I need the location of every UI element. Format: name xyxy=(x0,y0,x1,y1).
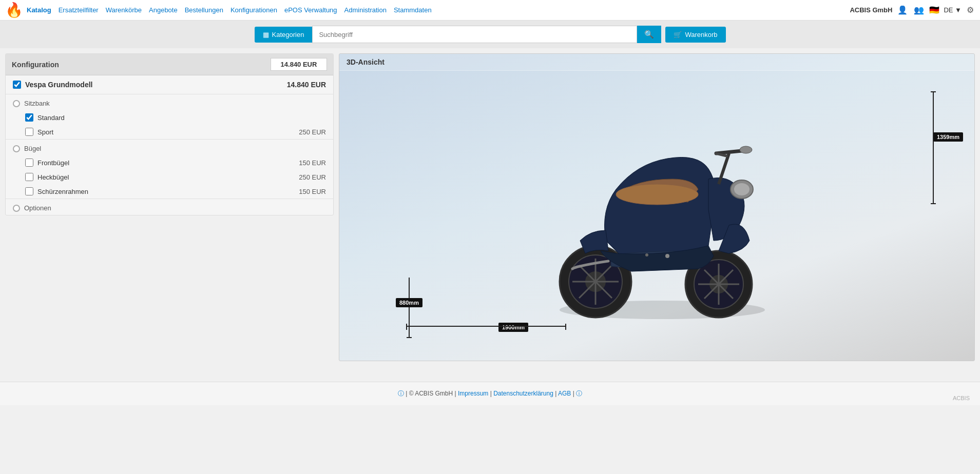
search-bar: ▦ Kategorien 🔍 🛒 Warenkorb xyxy=(0,21,980,48)
svg-point-21 xyxy=(665,254,669,258)
cart-icon: 🛒 xyxy=(674,31,682,38)
dim-1900-line xyxy=(406,326,565,327)
search-icon: 🔍 xyxy=(644,30,654,38)
nav-links: Katalog Ersatzteilfilter Warenkörbe Ange… xyxy=(27,6,850,14)
info-icon-left: ⓘ xyxy=(398,390,404,397)
dim-880-line-bottom xyxy=(409,307,410,338)
standard-label[interactable]: Standard xyxy=(37,114,65,122)
nav-katalog[interactable]: Katalog xyxy=(27,6,51,14)
config-panel: Konfiguration 14.840 EUR Vespa Grundmode… xyxy=(5,53,334,377)
main-content: Konfiguration 14.840 EUR Vespa Grundmode… xyxy=(0,48,980,382)
frontbuegel-price: 150 EUR xyxy=(299,159,326,167)
scooter-svg xyxy=(513,107,801,323)
nav-warenkoerbe[interactable]: Warenkörbe xyxy=(106,6,142,14)
option-sport: Sport 250 EUR xyxy=(6,125,333,139)
dim-880-line-top xyxy=(409,278,410,298)
search-input[interactable] xyxy=(312,26,637,43)
nav-stammdaten[interactable]: Stammdaten xyxy=(394,6,432,14)
dim-880-label: 880mm xyxy=(396,298,422,307)
dim-1359-tick-bottom xyxy=(931,203,936,204)
standard-checkbox[interactable] xyxy=(25,113,33,122)
top-nav: 🔥 Katalog Ersatzteilfilter Warenkörbe An… xyxy=(0,0,980,21)
dim-1359-line-top xyxy=(933,91,934,132)
svg-point-15 xyxy=(616,184,698,205)
heckbuegel-checkbox[interactable] xyxy=(25,173,33,181)
main-item-row: Vespa Grundmodell 14.840 EUR xyxy=(6,75,333,94)
dim-1900-label: 1900mm xyxy=(498,323,528,332)
nav-angebote[interactable]: Angebote xyxy=(149,6,178,14)
buegel-section: Bügel Frontbügel 150 EUR Heckbügel xyxy=(6,140,333,199)
schuerzenrahmen-checkbox[interactable] xyxy=(25,187,33,195)
nav-epos-verwaltung[interactable]: ePOS Verwaltung xyxy=(284,6,337,14)
warenkorb-button[interactable]: 🛒 Warenkorb xyxy=(665,27,725,43)
main-item-name: Vespa Grundmodell xyxy=(25,81,92,89)
lang-select[interactable]: DE ▼ xyxy=(944,6,962,14)
option-heckbuegel: Heckbügel 250 EUR xyxy=(6,170,333,184)
settings-icon-btn[interactable] xyxy=(966,4,975,16)
nav-ersatzteilfilter[interactable]: Ersatzteilfilter xyxy=(59,6,99,14)
main-item-price: 14.840 EUR xyxy=(287,81,326,89)
config-header: Konfiguration 14.840 EUR xyxy=(6,54,333,75)
logo-icon: 🔥 xyxy=(5,2,22,18)
footer-datenschutz[interactable]: Datenschutzerklärung xyxy=(493,390,553,397)
sitzbank-radio xyxy=(13,100,20,107)
main-item-checkbox[interactable] xyxy=(13,81,21,89)
company-name: ACBIS GmbH xyxy=(850,6,892,14)
nav-konfigurationen[interactable]: Konfigurationen xyxy=(230,6,277,14)
optionen-radio xyxy=(13,205,20,212)
svg-line-16 xyxy=(716,151,742,153)
search-input-wrap: 🔍 xyxy=(312,26,661,43)
nav-administration[interactable]: Administration xyxy=(344,6,387,14)
option-schuerzenrahmen: Schürzenrahmen 150 EUR xyxy=(6,184,333,199)
search-button[interactable]: 🔍 xyxy=(637,26,661,43)
optionen-section: Optionen xyxy=(6,199,333,215)
frontbuegel-checkbox[interactable] xyxy=(25,159,33,167)
flag-icon: 🇩🇪 xyxy=(929,5,939,15)
footer: ⓘ | © ACBIS GmbH | Impressum | Datenschu… xyxy=(0,382,980,405)
kategorien-button[interactable]: ▦ Kategorien xyxy=(255,27,313,43)
sport-price: 250 EUR xyxy=(299,128,326,136)
svg-point-20 xyxy=(734,183,750,195)
buegel-label: Bügel xyxy=(6,140,333,155)
svg-point-22 xyxy=(645,253,648,256)
dim-1900-tick-right xyxy=(565,324,566,330)
schuerzenrahmen-price: 150 EUR xyxy=(299,188,326,195)
config-body: Vespa Grundmodell 14.840 EUR Sitzbank St… xyxy=(6,75,333,215)
view-box: 3D-Ansicht xyxy=(339,53,975,361)
svg-point-18 xyxy=(740,146,752,153)
dim-880-tick-bottom xyxy=(407,337,412,338)
dim-1359-tick-top xyxy=(931,91,936,92)
frontbuegel-label[interactable]: Frontbügel xyxy=(37,159,69,167)
schuerzenrahmen-label[interactable]: Schürzenrahmen xyxy=(37,188,88,195)
buegel-radio xyxy=(13,145,20,152)
main-item-left: Vespa Grundmodell xyxy=(13,81,92,89)
config-box: Konfiguration 14.840 EUR Vespa Grundmode… xyxy=(5,53,334,215)
dim-1359-line-bottom xyxy=(933,132,934,204)
dim-1359-label: 1359mm xyxy=(933,132,963,142)
sport-label[interactable]: Sport xyxy=(37,128,53,136)
nav-bestellungen[interactable]: Bestellungen xyxy=(185,6,223,14)
user-icon-btn[interactable]: 👤 xyxy=(896,4,909,16)
scooter-area xyxy=(339,71,974,359)
footer-logo: ACBIS xyxy=(953,395,970,401)
footer-agb[interactable]: AGB xyxy=(558,390,571,397)
view-panel: 3D-Ansicht xyxy=(339,53,975,377)
footer-copyright: © ACBIS GmbH xyxy=(409,390,453,397)
option-frontbuegel: Frontbügel 150 EUR xyxy=(6,155,333,170)
dim-880-group: 880mm xyxy=(396,298,422,307)
heckbuegel-price: 250 EUR xyxy=(299,173,326,181)
view-header: 3D-Ansicht xyxy=(339,54,974,71)
option-standard: Standard xyxy=(6,110,333,125)
user2-icon-btn[interactable]: 👥 xyxy=(913,4,925,16)
sitzbank-section: Sitzbank Standard Sport xyxy=(6,94,333,140)
dim-880-h-tick xyxy=(406,326,411,327)
view-content: 880mm 1900mm 1359mm xyxy=(339,71,974,359)
footer-impressum[interactable]: Impressum xyxy=(458,390,488,397)
right-side: ACBIS GmbH 👤 👥 🇩🇪 DE ▼ xyxy=(850,4,975,16)
dim-1900-tick-left xyxy=(406,324,407,330)
heckbuegel-label[interactable]: Heckbügel xyxy=(37,173,69,181)
footer-wrap: ⓘ | © ACBIS GmbH | Impressum | Datenschu… xyxy=(0,382,980,405)
sport-checkbox[interactable] xyxy=(25,128,33,136)
optionen-label: Optionen xyxy=(6,199,333,215)
config-total-price: 14.840 EUR xyxy=(271,58,327,71)
